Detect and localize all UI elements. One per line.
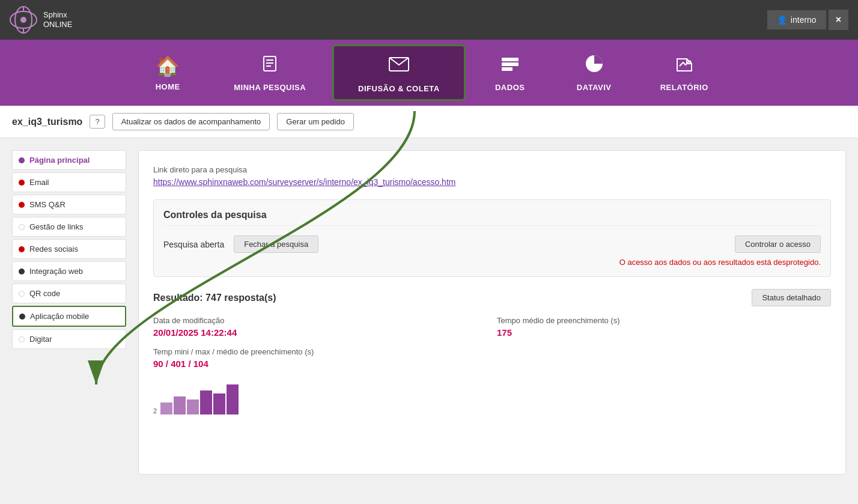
dot-none-gestao [19,224,25,230]
sidebar-item-sms-label: SMS Q&R [29,200,65,209]
stat1-value: 20/01/2025 14:22:44 [153,327,487,338]
controls-left: Pesquisa aberta Fechar a pesquisa [163,235,318,253]
breadcrumb-bar: ex_iq3_turismo ? Atualizar os dados de a… [0,106,858,138]
sidebar-item-qr-code[interactable]: QR code [12,284,126,303]
update-data-button[interactable]: Atualizar os dados de acompanhamento [112,113,270,130]
controls-row: Pesquisa aberta Fechar a pesquisa Contro… [163,235,821,253]
nav-minha-pesquisa-label: MINHA PESQUISA [234,83,306,92]
topbar-actions: 👤 interno × [767,10,848,30]
sidebar-item-email-label: Email [29,178,49,187]
sidebar-item-integracao-web[interactable]: Integração web [12,261,126,281]
result-title: Resultado: 747 resposta(s) [153,293,276,303]
navbar: 🏠 HOME MINHA PESQUISA DIFUSÃO & COLETA D… [0,40,858,106]
stat2-value: 175 [497,327,831,338]
nav-dados[interactable]: DADOS [468,40,552,106]
chart-bar-4 [200,390,212,414]
controlar-acesso-button[interactable]: Controlar o acesso [735,235,821,253]
logo: Sphinx ONLINE [10,6,72,34]
result-header: Resultado: 747 resposta(s) Status detalh… [153,289,831,306]
document-icon [260,54,279,78]
dados-icon [500,54,520,78]
sidebar-item-integracao-label: Integração web [29,267,83,276]
chart-bar-6 [227,384,239,414]
dot-red-email [19,180,25,186]
sidebar-item-email[interactable]: Email [12,172,126,192]
help-button[interactable]: ? [90,115,105,129]
topbar: Sphinx ONLINE 👤 interno × [0,0,858,40]
nav-relatorio-label: RELATÓRIO [660,83,708,92]
sidebar-item-qr-label: QR code [29,289,60,298]
relatorio-icon [675,54,694,78]
sidebar-item-gestao-links[interactable]: Gestão de links [12,217,126,237]
chart-bar-5 [213,393,225,414]
link-section: Link direto para a pesquisa https://www.… [153,165,831,187]
nav-dados-label: DADOS [495,83,525,92]
controls-section: Controles da pesquisa Pesquisa aberta Fe… [153,199,831,277]
status-detalhado-button[interactable]: Status detalhado [752,289,831,306]
result-section: Resultado: 747 resposta(s) Status detalh… [153,289,831,414]
sidebar-item-aplicacao-mobile[interactable]: Aplicação mobile [12,306,126,327]
dot-none-qr [19,291,25,297]
stat1-label: Data de modificação [153,316,487,325]
nav-dataviv-label: DATAVIV [577,83,612,92]
dot-red-sms [19,202,25,208]
dot-purple [19,157,25,163]
generate-order-button[interactable]: Gerar um pedido [277,113,354,130]
nav-dataviv[interactable]: DATAVIV [552,40,636,106]
sidebar-item-sms-qr[interactable]: SMS Q&R [12,195,126,214]
close-button[interactable]: × [829,10,848,30]
svg-rect-12 [502,67,513,71]
sidebar-item-digitar[interactable]: Digitar [12,329,126,349]
chart-bar-3 [187,399,199,414]
nav-home[interactable]: 🏠 HOME [126,40,210,106]
stat-data-modificacao: Data de modificação 20/01/2025 14:22:44 [153,316,487,338]
chart-bar-2 [174,396,186,414]
dot-dark-integracao [19,269,25,275]
stats-grid: Data de modificação 20/01/2025 14:22:44 … [153,316,831,347]
stat2-label: Tempo médio de preenchimento (s) [497,316,831,325]
sidebar-item-mobile-label: Aplicação mobile [30,312,89,321]
home-icon: 🏠 [156,55,180,77]
link-label: Link direto para a pesquisa [153,165,831,174]
pesquisa-status: Pesquisa aberta [163,240,224,249]
controls-title: Controles da pesquisa [163,210,821,226]
stat-temp-mini-max: Temp mini / max / médio de preenchimento… [153,347,831,369]
nav-home-label: HOME [156,82,180,91]
dot-dark-mobile [19,314,25,320]
dot-red-redes [19,246,25,252]
svg-point-2 [20,17,26,23]
survey-url-link[interactable]: https://www.sphinxnaweb.com/surveyserver… [153,177,455,187]
sidebar-item-pagina-principal-label: Página principal [29,156,90,165]
sphinx-logo-icon [10,6,37,34]
dot-none-digitar [19,336,25,342]
project-name: ex_iq3_turismo [12,117,82,127]
main-layout: Página principal Email SMS Q&R Gestão de… [0,138,858,487]
fechar-pesquisa-button[interactable]: Fechar a pesquisa [234,235,318,253]
dataviv-icon [585,54,604,78]
nav-minha-pesquisa[interactable]: MINHA PESQUISA [210,40,330,106]
nav-relatorio[interactable]: RELATÓRIO [636,40,732,106]
content-area: Link direto para a pesquisa https://www.… [138,150,846,475]
chart-area: 2 [153,378,831,414]
sidebar-item-gestao-label: Gestão de links [29,222,84,231]
app-title: Sphinx ONLINE [43,10,72,29]
sidebar: Página principal Email SMS Q&R Gestão de… [12,150,126,475]
stat3-value: 90 / 401 / 104 [153,359,831,369]
nav-difusao-label: DIFUSÃO & COLETA [358,84,440,93]
sidebar-item-pagina-principal[interactable]: Página principal [12,150,126,170]
nav-difusao-coleta[interactable]: DIFUSÃO & COLETA [332,44,466,101]
svg-rect-10 [502,58,519,61]
warning-text: O acesso aos dados ou aos resultados est… [163,258,821,267]
sidebar-item-redes-sociais[interactable]: Redes sociais [12,239,126,259]
email-icon [388,53,410,79]
sidebar-item-digitar-label: Digitar [29,335,52,344]
chart-bar-1 [160,402,172,414]
stat-tempo-medio: Tempo médio de preenchimento (s) 175 [497,316,831,338]
svg-rect-11 [502,62,519,66]
user-button[interactable]: 👤 interno [767,10,826,29]
stat3-label: Temp mini / max / médio de preenchimento… [153,347,831,356]
sidebar-item-redes-label: Redes sociais [29,244,78,254]
